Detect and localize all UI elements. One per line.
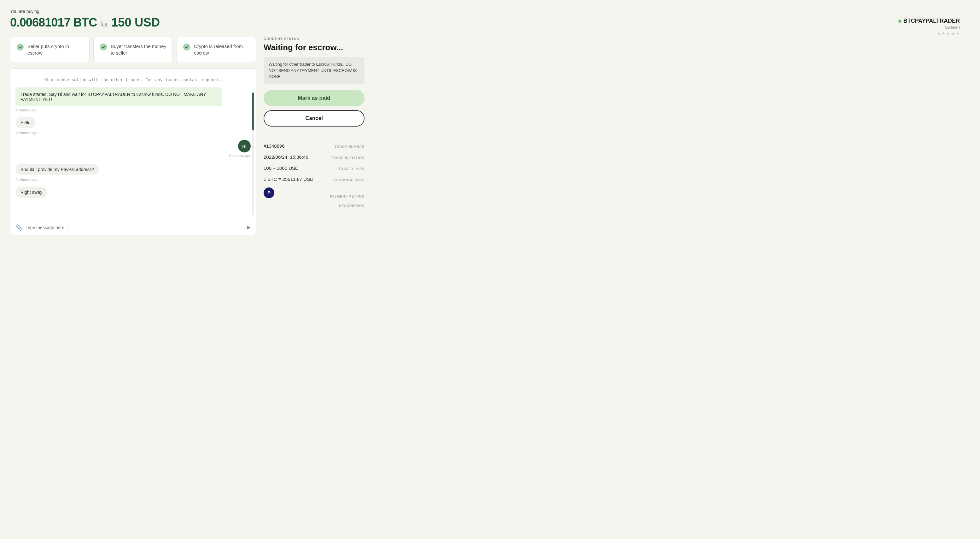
hi-time: 4 minutes ago <box>229 154 251 158</box>
trader-info: BTCPAYPALTRADER Sweden ★ ★ ★ ★ ★ <box>898 18 960 36</box>
paypal-icon: P <box>264 187 274 198</box>
you-are-buying-label: You are buying <box>10 9 970 14</box>
svg-point-1 <box>100 43 107 51</box>
trade-limits-label: TRADE LIMITS <box>338 167 364 171</box>
trade-initiation-row: 2022/06/24, 15:36:46 TRADE INITIATION <box>264 154 364 159</box>
status-notice: Waiting for other trader to Escrow Funds… <box>264 57 364 84</box>
page-header: You are buying 0.00681017 BTC for 150 US… <box>10 9 970 29</box>
trade-number-value: #1348896 <box>264 143 285 148</box>
trader-name: BTCPAYPALTRADER <box>898 18 960 24</box>
step-card-2: Buyer transfers the money to seller <box>93 37 173 62</box>
message-bubble-right-away: Right away <box>16 187 47 198</box>
trade-number-label: TRADE NUMBER <box>334 145 364 148</box>
usd-amount: 150 USD <box>111 16 160 29</box>
description-label: DESCRIPTION <box>264 204 364 208</box>
steps-row: Seller puts crypto in escrow Buyer trans… <box>10 37 256 62</box>
chat-messages[interactable]: Trade started. Say Hi and wait for BTCPA… <box>10 88 256 220</box>
bubble-right-content: HI <box>238 140 251 152</box>
step-card-3: Crypto is released from escrow <box>177 37 256 62</box>
description-row: DESCRIPTION <box>264 204 364 208</box>
cancel-button[interactable]: Cancel <box>264 110 364 126</box>
step-1-text: Seller puts crypto in escrow <box>27 43 83 56</box>
left-panel: Seller puts crypto in escrow Buyer trans… <box>10 37 256 235</box>
trade-initiation-label: TRADE INITIATION <box>331 156 364 159</box>
payment-method-row: P PAYMENT METHOD <box>264 187 364 198</box>
exchange-rate-label: EXCHANGE RATE <box>332 178 364 182</box>
chat-input-row: 📎 ➤ <box>10 220 256 235</box>
trade-details: #1348896 TRADE NUMBER 2022/06/24, 15:36:… <box>264 137 364 208</box>
svg-point-0 <box>17 43 24 51</box>
trade-limits-value: 100 – 1000 USD <box>264 165 299 171</box>
system-message-time: 4 minutes ago <box>16 108 251 112</box>
message-bubble-hello: Hello <box>16 117 36 128</box>
btc-amount: 0.00681017 BTC <box>10 16 97 29</box>
exchange-rate-value: 1 BTC = 25611.87 USD <box>264 176 313 182</box>
message-bubble-hi-wrapper: HI 4 minutes ago <box>16 140 251 163</box>
send-icon[interactable]: ➤ <box>246 224 251 231</box>
current-status-label: CURRENT STATUS <box>264 37 364 41</box>
step-3-text: Crypto is released from escrow <box>194 43 250 56</box>
chat-container: Your conversation with the other trader.… <box>10 69 256 235</box>
chat-scrollbar[interactable] <box>252 92 254 215</box>
right-panel: CURRENT STATUS Waiting for escrow... Wai… <box>264 37 364 235</box>
user-avatar: HI <box>238 140 251 152</box>
step-card-1: Seller puts crypto in escrow <box>10 37 89 62</box>
trade-limits-row: 100 – 1000 USD TRADE LIMITS <box>264 165 364 171</box>
trader-country: Sweden <box>898 25 960 30</box>
online-indicator <box>898 19 902 23</box>
mark-as-paid-button[interactable]: Mark as paid <box>264 90 364 106</box>
payment-method-label: PAYMENT METHOD <box>330 195 364 198</box>
exchange-rate-row: 1 BTC = 25611.87 USD EXCHANGE RATE <box>264 176 364 182</box>
trade-number-row: #1348896 TRADE NUMBER <box>264 143 364 148</box>
star-rating: ★ ★ ★ ★ ★ <box>898 31 960 36</box>
trade-amount: 0.00681017 BTC for 150 USD <box>10 16 970 29</box>
step-2-icon <box>100 43 107 51</box>
chat-input[interactable] <box>25 225 243 230</box>
status-heading: Waiting for escrow... <box>264 43 364 53</box>
paypal-time: 4 minutes ago <box>16 178 251 182</box>
message-bubble-paypal: Should I provide my PayPal address? <box>16 164 99 175</box>
attach-icon[interactable]: 📎 <box>16 224 22 231</box>
step-3-icon <box>183 43 190 51</box>
for-label: for <box>100 20 108 29</box>
trade-initiation-value: 2022/06/24, 15:36:46 <box>264 154 309 159</box>
step-2-text: Buyer transfers the money to seller <box>111 43 166 56</box>
chat-notice: Your conversation with the other trader.… <box>10 69 256 88</box>
step-1-icon <box>17 43 24 51</box>
hello-time: 4 minutes ago <box>16 131 251 135</box>
svg-point-2 <box>183 43 190 51</box>
chat-scrollbar-thumb <box>252 92 254 130</box>
system-message: Trade started. Say Hi and wait for BTCPA… <box>16 88 222 106</box>
